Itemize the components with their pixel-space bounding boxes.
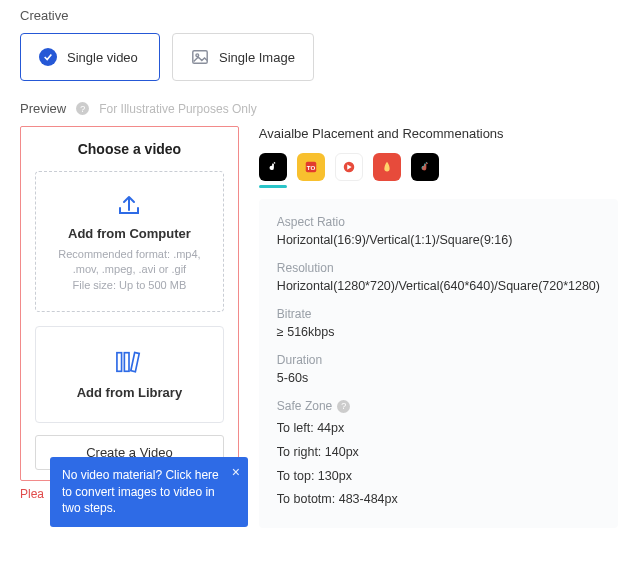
xigua-icon [342, 160, 356, 174]
bitrate-label: Bitrate [277, 307, 600, 321]
aspect-ratio-value: Horizontal(16:9)/Vertical(1:1)/Square(9:… [277, 233, 600, 247]
tooltip-text: No video material? Click here to convert… [62, 468, 219, 516]
upload-format-hint: Recommended format: .mp4, .mov, .mpeg, .… [46, 247, 213, 278]
app-tiktok[interactable] [259, 153, 287, 181]
placement-apps: TO [259, 153, 618, 181]
resolution-value: Horizontal(1280*720)/Vertical(640*640)/S… [277, 279, 600, 293]
info-icon: ? [76, 102, 89, 115]
preview-header: Preview ? For Illustrative Purposes Only [20, 101, 618, 116]
app-douyin[interactable] [411, 153, 439, 181]
safezone-left: To left: 44px [277, 417, 600, 441]
option-label: Single Image [219, 50, 295, 65]
add-from-computer-title: Add from Computer [46, 226, 213, 241]
safezone-values: To left: 44px To right: 140px To top: 13… [277, 417, 600, 512]
preview-label: Preview [20, 101, 66, 116]
safezone-label: Safe Zone ? [277, 399, 600, 413]
add-from-computer-card[interactable]: Add from Computer Recommended format: .m… [35, 171, 224, 312]
safezone-right: To right: 140px [277, 441, 600, 465]
safezone-top: To top: 130px [277, 465, 600, 489]
creative-section-label: Creative [20, 8, 618, 23]
preview-hint: For Illustrative Purposes Only [99, 102, 256, 116]
upload-icon [115, 190, 143, 218]
close-icon[interactable]: × [232, 463, 240, 483]
svg-rect-4 [131, 353, 139, 372]
placement-title: Avaialbe Placement and Recommenations [259, 126, 618, 141]
app-huoshan[interactable] [373, 153, 401, 181]
svg-rect-2 [117, 353, 122, 372]
creative-options: Single video Single Image [20, 33, 618, 81]
add-from-library-card[interactable]: Add from Library [35, 326, 224, 423]
resolution-label: Resolution [277, 261, 600, 275]
app-toutiao[interactable]: TO [297, 153, 325, 181]
preview-panel: Choose a video Add from Computer Recomme… [20, 126, 239, 481]
check-icon [39, 48, 57, 66]
duration-value: 5-60s [277, 371, 600, 385]
choose-video-title: Choose a video [35, 141, 224, 157]
douyin-icon [418, 160, 432, 174]
svg-rect-3 [125, 353, 130, 372]
app-xigua[interactable] [335, 153, 363, 181]
toutiao-icon: TO [304, 160, 318, 174]
flame-icon [380, 160, 394, 174]
duration-label: Duration [277, 353, 600, 367]
library-icon [114, 349, 144, 375]
svg-text:TO: TO [307, 164, 316, 171]
spec-panel: Aspect Ratio Horizontal(16:9)/Vertical(1… [259, 199, 618, 528]
aspect-ratio-label: Aspect Ratio [277, 215, 600, 229]
option-label: Single video [67, 50, 138, 65]
image-icon [191, 48, 209, 66]
tooltip-no-video-material: No video material? Click here to convert… [50, 457, 248, 527]
option-single-image[interactable]: Single Image [172, 33, 314, 81]
safezone-bottom: To bototm: 483-484px [277, 488, 600, 512]
add-from-library-title: Add from Library [46, 385, 213, 400]
upload-size-hint: File size: Up to 500 MB [46, 278, 213, 293]
info-icon: ? [337, 400, 350, 413]
bitrate-value: ≥ 516kbps [277, 325, 600, 339]
option-single-video[interactable]: Single video [20, 33, 160, 81]
tiktok-icon [266, 160, 280, 174]
svg-rect-0 [193, 51, 207, 64]
